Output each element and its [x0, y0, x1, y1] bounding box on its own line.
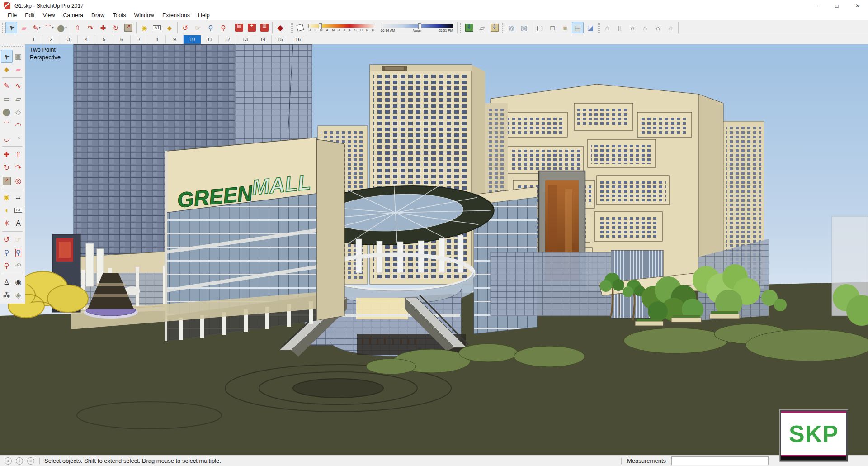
make-component-tool[interactable]: ▣: [13, 50, 24, 63]
push-pull-tool[interactable]: ⇧: [13, 148, 24, 161]
rectangle-tool[interactable]: ▭: [1, 92, 13, 105]
text-tool[interactable]: A1: [13, 204, 24, 217]
push-pull-tool[interactable]: ⇧: [72, 22, 84, 33]
scene-tab-5[interactable]: 5: [95, 35, 113, 44]
menu-file[interactable]: File: [4, 11, 21, 20]
zoom-window-tool[interactable]: ⚲: [13, 246, 24, 259]
toolbar-drag-handle[interactable]: [291, 22, 293, 33]
palette-drag-handle[interactable]: [1, 46, 24, 48]
follow-me-tool[interactable]: ↷: [13, 161, 24, 174]
extension-tool-3[interactable]: ▥: [259, 22, 270, 33]
scale-tool[interactable]: ↗: [123, 22, 134, 33]
menu-view[interactable]: View: [39, 11, 59, 20]
position-camera-tool[interactable]: ♙: [1, 276, 13, 289]
add-location-button[interactable]: ⇩: [463, 22, 475, 33]
view-iso-button[interactable]: ⌂: [601, 22, 613, 33]
look-around-tool[interactable]: ◉: [13, 276, 24, 289]
view-right-button[interactable]: ⌂: [639, 22, 651, 33]
zoom-tool[interactable]: ⚲: [1, 246, 13, 259]
toggle-terrain-button[interactable]: ▱: [476, 22, 488, 33]
toolbar-drag-handle[interactable]: [2, 22, 4, 33]
scene-tab-10[interactable]: 10: [184, 35, 201, 44]
menu-camera[interactable]: Camera: [59, 11, 87, 20]
circle-tool[interactable]: ⬤▾: [56, 22, 68, 33]
view-back-button[interactable]: ⌂: [652, 22, 664, 33]
shadows-toggle[interactable]: [294, 22, 306, 33]
menu-window[interactable]: Window: [130, 11, 158, 20]
shadow-time-slider[interactable]: 06:34 AMNoon05:51 PM: [381, 24, 453, 33]
paint-bucket-tool[interactable]: ⬥: [1, 63, 13, 76]
shadow-date-track[interactable]: [308, 24, 375, 28]
walk-tool[interactable]: ⁂: [1, 289, 13, 302]
orbit-tool[interactable]: ↺: [1, 233, 13, 246]
toolbar-drag-handle[interactable]: [598, 22, 600, 33]
shadow-time-track[interactable]: [381, 24, 453, 28]
select-tool[interactable]: ➤: [1, 50, 13, 63]
view-top-button[interactable]: ▯: [614, 22, 626, 33]
rotated-rectangle-tool[interactable]: ▱: [13, 92, 24, 105]
shaded-textures-style-button[interactable]: ▤: [572, 22, 584, 33]
scene-tab-3[interactable]: 3: [60, 35, 78, 44]
move-tool[interactable]: ✚: [1, 148, 13, 161]
view-left-button[interactable]: ⌂: [665, 22, 676, 33]
toolbar-drag-handle[interactable]: [460, 22, 462, 33]
circle-tool[interactable]: ⬤: [1, 105, 13, 119]
scene-tab-15[interactable]: 15: [272, 35, 289, 44]
polygon-tool[interactable]: ◇: [13, 105, 24, 119]
line-tool[interactable]: ✎▾: [31, 22, 42, 33]
tape-measure-tool[interactable]: ◉: [1, 190, 13, 204]
tape-measure-tool[interactable]: ◉: [138, 22, 150, 33]
rotate-tool[interactable]: ↻: [110, 22, 122, 33]
shadow-time-thumb[interactable]: [418, 23, 421, 29]
orbit-tool[interactable]: ↺: [179, 22, 191, 33]
previous-view-button[interactable]: ↶: [13, 259, 24, 272]
zoom-extents-tool[interactable]: ⚲: [217, 22, 229, 33]
scene-tab-11[interactable]: 11: [201, 35, 219, 44]
eraser-tool[interactable]: ▰: [18, 22, 30, 33]
select-tool[interactable]: ➤: [5, 22, 17, 33]
follow-me-tool[interactable]: ↷: [85, 22, 96, 33]
move-tool[interactable]: ✚: [97, 22, 109, 33]
circle-tool-dropdown-caret[interactable]: ▾: [65, 26, 67, 29]
scene-tab-13[interactable]: 13: [236, 35, 254, 44]
modeling-viewport[interactable]: GREEN MALL: [0, 44, 868, 455]
offset-tool[interactable]: ◎: [13, 174, 24, 187]
maximize-button[interactable]: □: [826, 0, 847, 11]
protractor-tool[interactable]: ◖: [1, 204, 13, 217]
arc-tool[interactable]: ⌒: [1, 119, 13, 132]
extension-tool-2[interactable]: ✦: [246, 22, 258, 33]
two-point-arc-tool[interactable]: ◠: [13, 119, 24, 132]
back-edges-style-button[interactable]: ▧: [518, 22, 530, 33]
scene-tab-6[interactable]: 6: [113, 35, 131, 44]
toolbar-drag-handle[interactable]: [502, 22, 504, 33]
wireframe-style-button[interactable]: ▢: [534, 22, 546, 33]
geolocation-icon[interactable]: ●: [5, 457, 12, 465]
scene-tab-4[interactable]: 4: [78, 35, 95, 44]
scene-tab-8[interactable]: 8: [148, 35, 166, 44]
scene-tab-2[interactable]: 2: [42, 35, 60, 44]
zoom-tool[interactable]: ⚲: [205, 22, 217, 33]
monochrome-style-button[interactable]: ◪: [585, 22, 596, 33]
photo-textures-button[interactable]: ⇩: [489, 22, 500, 33]
pan-tool[interactable]: ☞: [13, 233, 24, 246]
pan-tool[interactable]: ☞: [192, 22, 204, 33]
arc-tool[interactable]: ⌒▾: [43, 22, 55, 33]
rotate-tool[interactable]: ↻: [1, 161, 13, 174]
measurements-input[interactable]: [671, 456, 769, 465]
view-front-button[interactable]: ⌂: [627, 22, 638, 33]
shaded-style-button[interactable]: ■: [559, 22, 571, 33]
scene-tab-9[interactable]: 9: [166, 35, 184, 44]
extension-tool-1[interactable]: ▤: [233, 22, 245, 33]
shadow-date-thumb[interactable]: [319, 23, 322, 29]
shadow-date-slider[interactable]: JFMAMJJASOND: [308, 24, 375, 32]
minimize-button[interactable]: –: [806, 0, 826, 11]
arc-tool-dropdown-caret[interactable]: ▾: [52, 26, 54, 29]
extension-gem-tool[interactable]: ◆: [274, 22, 286, 33]
scene-tab-7[interactable]: 7: [131, 35, 148, 44]
text-tool[interactable]: A1: [151, 22, 163, 33]
account-icon[interactable]: ☺: [27, 457, 34, 465]
menu-extensions[interactable]: Extensions: [158, 11, 194, 20]
scene-tab-16[interactable]: 16: [289, 35, 307, 44]
xray-style-button[interactable]: ▨: [505, 22, 517, 33]
scale-tool[interactable]: ↗: [1, 174, 13, 187]
